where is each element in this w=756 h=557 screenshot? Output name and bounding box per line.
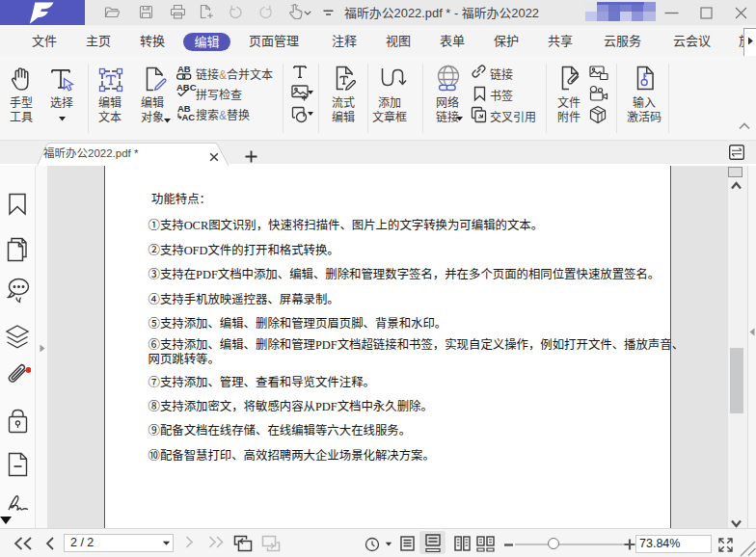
svg-text:AB: AB: [177, 64, 191, 74]
svg-text:AC: AC: [182, 112, 196, 121]
